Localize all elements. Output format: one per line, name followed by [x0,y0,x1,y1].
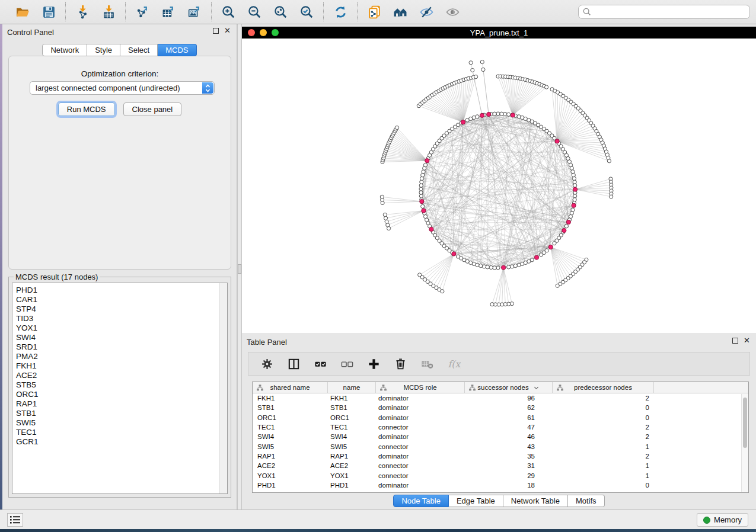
panel-splitter[interactable] [237,24,242,509]
mcds-node[interactable] [452,252,456,256]
network-node[interactable] [476,115,479,118]
mcds-node[interactable] [555,139,559,143]
table-row[interactable]: SWI4SWI4dominator462 [253,432,748,441]
network-node[interactable] [384,216,388,220]
network-node[interactable] [481,68,485,71]
network-node[interactable] [456,255,460,258]
mcds-node[interactable] [420,200,424,204]
network-node[interactable] [489,265,493,269]
network-node[interactable] [474,75,478,79]
network-node[interactable] [503,112,507,116]
close-window-icon[interactable] [248,29,255,36]
delete-table-icon[interactable] [418,355,436,373]
network-node[interactable] [421,174,425,177]
settings-icon[interactable] [258,355,276,373]
close-table-panel-icon[interactable]: ✕ [744,338,750,344]
mcds-result-item[interactable]: STB5 [16,380,227,390]
hide-visuals-icon[interactable] [417,3,435,21]
mcds-result-item[interactable]: PMA2 [16,352,227,361]
network-node[interactable] [480,60,484,64]
zoom-fit-icon[interactable] [272,3,289,21]
network-node[interactable] [610,195,613,198]
import-network-icon[interactable] [74,3,91,21]
network-node[interactable] [419,184,423,187]
column-header-MCDS-role[interactable]: MCDS role [376,382,465,393]
network-node[interactable] [486,265,489,269]
mcds-node[interactable] [573,187,577,191]
mcds-result-item[interactable]: YOX1 [16,323,227,333]
network-node[interactable] [380,195,384,198]
column-header-name[interactable]: name [328,382,376,393]
column-header-successor-nodes[interactable]: successor nodes [465,382,553,393]
network-node[interactable] [496,112,500,116]
network-node[interactable] [419,187,423,191]
mcds-node[interactable] [425,159,429,163]
tab-select[interactable]: Select [120,44,158,56]
clone-network-icon[interactable] [365,3,383,21]
mcds-node[interactable] [487,112,491,116]
network-window-titlebar[interactable]: YPA_prune.txt_1 [242,27,756,39]
column-header-predecessor-nodes[interactable]: predecessor nodes [553,382,654,393]
zoom-out-icon[interactable] [245,3,263,21]
export-table-icon[interactable] [160,3,177,21]
network-node[interactable] [517,263,521,267]
network-node[interactable] [420,180,423,184]
tab-mcds[interactable]: MCDS [158,44,196,56]
sort-chevron-icon[interactable] [533,384,540,391]
network-node[interactable] [607,159,611,163]
minimize-window-icon[interactable] [260,29,267,36]
export-network-icon[interactable] [133,3,151,21]
mcds-result-item[interactable]: SWI4 [16,333,227,342]
table-row[interactable]: PHD1PHD1dominator180 [253,480,748,490]
run-mcds-button[interactable]: Run MCDS [58,102,115,116]
splitter-grip-handle[interactable] [238,264,241,274]
mcds-result-item[interactable]: SRD1 [16,342,227,352]
tab-network-table[interactable]: Network Table [503,495,568,507]
network-canvas[interactable] [242,39,756,334]
mcds-result-item[interactable]: GCR1 [16,437,227,447]
network-node[interactable] [573,198,576,201]
function-builder-icon[interactable]: f(x) [445,355,462,373]
network-node[interactable] [421,204,425,208]
network-node[interactable] [423,163,427,166]
mcds-result-item[interactable]: SWI5 [16,418,227,428]
network-node[interactable] [513,264,517,268]
table-scrollbar[interactable] [741,394,748,492]
network-node[interactable] [500,112,503,116]
network-node[interactable] [490,303,494,306]
mcds-result-item[interactable]: STP4 [16,305,227,314]
tab-style[interactable]: Style [87,44,120,56]
network-node[interactable] [573,180,576,184]
network-node[interactable] [571,170,575,174]
mcds-node[interactable] [461,120,465,124]
home-icon[interactable] [391,3,409,21]
list-scrollbar[interactable] [219,283,227,493]
mcds-node[interactable] [502,265,506,270]
mcds-node[interactable] [562,228,566,232]
mcds-result-item[interactable]: FKH1 [16,361,227,371]
network-node[interactable] [556,284,559,287]
network-node[interactable] [482,265,486,268]
mcds-result-item[interactable]: ACE2 [16,371,227,380]
network-node[interactable] [496,266,500,270]
task-history-button[interactable] [7,513,23,527]
tab-motifs[interactable]: Motifs [568,495,605,507]
preview-icon[interactable] [444,3,461,21]
select-all-icon[interactable] [311,355,329,373]
network-node[interactable] [573,194,577,198]
network-node[interactable] [493,112,496,116]
zoom-selected-icon[interactable] [298,3,315,21]
optimization-criterion-select[interactable]: largest connected component (undirected) [30,81,215,95]
mcds-result-list[interactable]: PHD1CAR1STP4TID3YOX1SWI4SRD1PMA2FKH1ACE2… [12,283,228,494]
delete-column-icon[interactable] [391,355,409,373]
mcds-result-item[interactable]: TEC1 [16,428,227,437]
network-node[interactable] [539,253,543,257]
open-file-icon[interactable] [14,3,31,21]
network-node[interactable] [573,184,577,187]
tab-node-table[interactable]: Node Table [393,495,449,507]
table-row[interactable]: YOX1YOX1connector291 [253,470,748,480]
network-node[interactable] [420,177,424,180]
network-node[interactable] [564,225,568,228]
mcds-node[interactable] [566,220,570,224]
network-node[interactable] [553,242,556,245]
